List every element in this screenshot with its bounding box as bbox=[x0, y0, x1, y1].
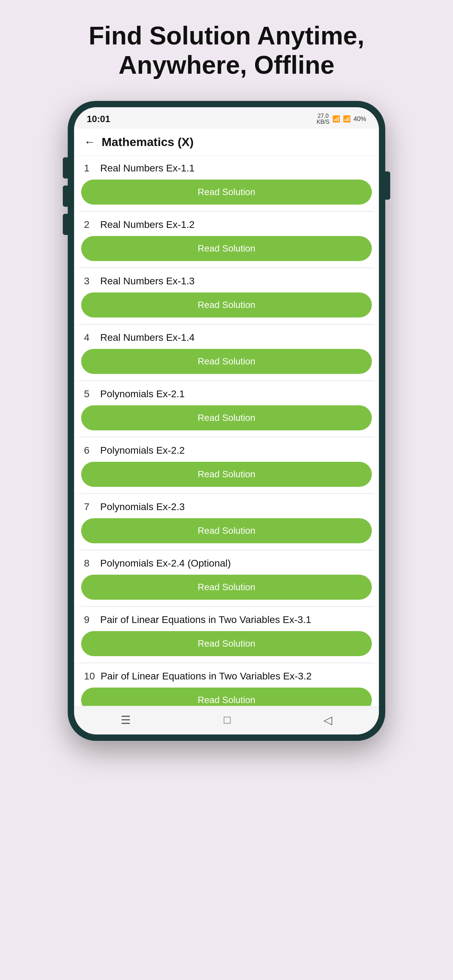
page-title: Find Solution Anytime, Anywhere, Offline bbox=[60, 21, 392, 80]
item-number: 3 bbox=[84, 275, 95, 287]
app-header: ← Mathematics (X) bbox=[74, 129, 379, 156]
item-number: 8 bbox=[84, 558, 95, 569]
item-title: Real Numbers Ex-1.3 bbox=[100, 275, 195, 287]
list-item: 5 Polynomials Ex-2.1 Read Solution bbox=[74, 381, 379, 437]
item-number: 4 bbox=[84, 332, 95, 343]
list-item: 3 Real Numbers Ex-1.3 Read Solution bbox=[74, 269, 379, 324]
divider bbox=[81, 662, 372, 663]
item-title: Polynomials Ex-2.4 (Optional) bbox=[100, 558, 231, 569]
item-header: 3 Real Numbers Ex-1.3 bbox=[74, 269, 379, 290]
list-item: 2 Real Numbers Ex-1.2 Read Solution bbox=[74, 212, 379, 268]
screen-title: Mathematics (X) bbox=[102, 135, 194, 149]
signal-icon: 📶 bbox=[343, 115, 351, 123]
item-number: 9 bbox=[84, 614, 95, 625]
divider bbox=[81, 606, 372, 606]
divider bbox=[81, 437, 372, 437]
phone-screen: 10:01 27.0KB/S 📶 📶 40% ← Mathematics (X)… bbox=[74, 107, 379, 735]
item-title: Polynomials Ex-2.1 bbox=[100, 388, 185, 400]
item-number: 10 bbox=[84, 671, 95, 682]
item-number: 6 bbox=[84, 445, 95, 456]
item-header: 8 Polynomials Ex-2.4 (Optional) bbox=[74, 550, 379, 572]
list-item: 8 Polynomials Ex-2.4 (Optional) Read Sol… bbox=[74, 550, 379, 606]
read-solution-button[interactable]: Read Solution bbox=[81, 349, 372, 374]
menu-icon[interactable]: ☰ bbox=[121, 713, 131, 727]
divider bbox=[81, 324, 372, 324]
item-header: 7 Polynomials Ex-2.3 bbox=[74, 494, 379, 515]
status-time: 10:01 bbox=[87, 114, 110, 124]
read-solution-button[interactable]: Read Solution bbox=[81, 687, 372, 706]
item-title: Real Numbers Ex-1.4 bbox=[100, 332, 195, 343]
item-header: 2 Real Numbers Ex-1.2 bbox=[74, 212, 379, 233]
item-number: 7 bbox=[84, 501, 95, 512]
item-number: 2 bbox=[84, 219, 95, 231]
read-solution-button[interactable]: Read Solution bbox=[81, 236, 372, 261]
list-item: 1 Real Numbers Ex-1.1 Read Solution bbox=[74, 156, 379, 211]
read-solution-button[interactable]: Read Solution bbox=[81, 631, 372, 656]
divider bbox=[81, 380, 372, 381]
item-number: 1 bbox=[84, 162, 95, 174]
read-solution-button[interactable]: Read Solution bbox=[81, 293, 372, 318]
item-header: 4 Real Numbers Ex-1.4 bbox=[74, 325, 379, 346]
item-title: Real Numbers Ex-1.2 bbox=[100, 219, 195, 231]
read-solution-button[interactable]: Read Solution bbox=[81, 575, 372, 600]
divider bbox=[81, 493, 372, 493]
status-bar: 10:01 27.0KB/S 📶 📶 40% bbox=[74, 107, 379, 129]
item-title: Polynomials Ex-2.3 bbox=[100, 501, 185, 512]
list-item: 7 Polynomials Ex-2.3 Read Solution bbox=[74, 494, 379, 550]
item-title: Real Numbers Ex-1.1 bbox=[100, 162, 195, 174]
list-item: 4 Real Numbers Ex-1.4 Read Solution bbox=[74, 325, 379, 381]
item-header: 6 Polynomials Ex-2.2 bbox=[74, 438, 379, 459]
exercise-list: 1 Real Numbers Ex-1.1 Read Solution 2 Re… bbox=[74, 156, 379, 706]
item-header: 9 Pair of Linear Equations in Two Variab… bbox=[74, 607, 379, 628]
home-icon[interactable]: □ bbox=[224, 713, 230, 726]
divider bbox=[81, 267, 372, 268]
item-title: Polynomials Ex-2.2 bbox=[100, 445, 185, 456]
battery-level: 40% bbox=[353, 115, 366, 123]
item-title: Pair of Linear Equations in Two Variable… bbox=[100, 614, 311, 625]
nav-bar: ☰ □ ◁ bbox=[74, 706, 379, 735]
item-number: 5 bbox=[84, 388, 95, 400]
list-item: 10 Pair of Linear Equations in Two Varia… bbox=[74, 663, 379, 706]
read-solution-button[interactable]: Read Solution bbox=[81, 180, 372, 205]
list-item: 6 Polynomials Ex-2.2 Read Solution bbox=[74, 438, 379, 493]
read-solution-button[interactable]: Read Solution bbox=[81, 462, 372, 487]
read-solution-button[interactable]: Read Solution bbox=[81, 518, 372, 543]
back-nav-icon[interactable]: ◁ bbox=[324, 713, 332, 727]
item-header: 1 Real Numbers Ex-1.1 bbox=[74, 156, 379, 177]
wifi-icon: 📶 bbox=[332, 115, 340, 123]
back-button[interactable]: ← bbox=[84, 135, 95, 148]
divider bbox=[81, 550, 372, 550]
list-item: 9 Pair of Linear Equations in Two Variab… bbox=[74, 607, 379, 663]
read-solution-button[interactable]: Read Solution bbox=[81, 405, 372, 430]
item-title: Pair of Linear Equations in Two Variable… bbox=[100, 671, 312, 682]
item-header: 5 Polynomials Ex-2.1 bbox=[74, 381, 379, 402]
data-speed: 27.0KB/S bbox=[317, 113, 329, 125]
status-icons: 27.0KB/S 📶 📶 40% bbox=[317, 113, 367, 125]
phone-frame: 10:01 27.0KB/S 📶 📶 40% ← Mathematics (X)… bbox=[68, 101, 385, 741]
item-header: 10 Pair of Linear Equations in Two Varia… bbox=[74, 663, 379, 685]
